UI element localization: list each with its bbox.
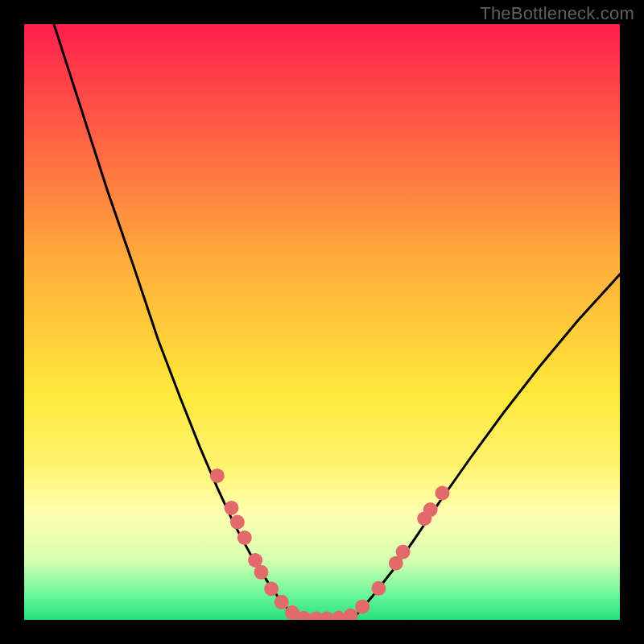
data-marker	[371, 581, 386, 596]
data-marker	[230, 515, 245, 530]
data-marker	[254, 565, 269, 580]
plot-area	[24, 24, 620, 620]
data-marker	[436, 485, 450, 500]
data-marker	[355, 600, 369, 614]
data-marker	[275, 595, 289, 609]
watermark-text: TheBottleneck.com	[480, 3, 634, 24]
chart-frame: TheBottleneck.com	[0, 0, 644, 644]
data-marker	[210, 469, 225, 483]
data-marker	[237, 530, 252, 545]
chart-svg	[24, 24, 620, 620]
data-marker	[396, 545, 411, 559]
data-marker	[225, 501, 239, 515]
gradient-background	[24, 24, 620, 620]
data-marker	[264, 582, 279, 597]
data-marker	[423, 502, 438, 517]
